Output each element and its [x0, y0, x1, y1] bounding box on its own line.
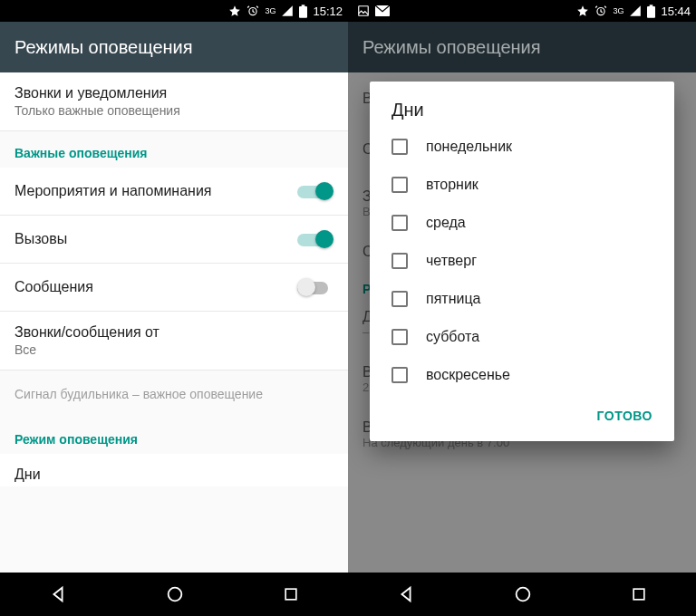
nav-bar: [0, 573, 348, 616]
back-icon[interactable]: [396, 584, 416, 604]
alarm-icon: [246, 5, 259, 17]
days-dialog: Дни понедельник вторник среда четверг пя…: [370, 82, 674, 441]
network-label: 3G: [265, 6, 276, 15]
content: В С ЗВ С Р Д– В2 Время окончанияНа следу…: [348, 72, 696, 573]
section-schedule: Режим оповещения: [0, 418, 348, 454]
battery-icon: [647, 5, 655, 18]
star-icon: [228, 5, 241, 17]
check-label: вторник: [426, 177, 478, 193]
checkbox-icon: [392, 177, 408, 193]
status-bar: 3G 15:12: [0, 0, 348, 22]
row-title: Звонки/сообщения от: [14, 324, 334, 341]
alarm-icon: [594, 5, 607, 17]
checkbox-icon: [392, 329, 408, 345]
mail-icon: [375, 5, 390, 16]
messages-row[interactable]: Сообщения: [0, 264, 348, 312]
dialog-title: Дни: [370, 100, 674, 128]
recent-icon[interactable]: [630, 585, 648, 603]
checkbox-icon: [392, 215, 408, 231]
alarm-hint: Сигнал будильника – важное оповещение: [0, 371, 348, 418]
svg-rect-9: [650, 5, 653, 6]
signal-icon: [629, 5, 642, 17]
switch-label: Вызовы: [14, 231, 67, 247]
recent-icon[interactable]: [282, 585, 300, 603]
checkbox-icon: [392, 253, 408, 269]
day-friday[interactable]: пятница: [370, 280, 674, 318]
messages-toggle[interactable]: [297, 278, 334, 296]
status-bar: 3G 15:44: [348, 0, 696, 22]
check-label: воскресенье: [426, 367, 510, 383]
days-row[interactable]: Дни: [0, 454, 348, 486]
check-label: понедельник: [426, 139, 512, 155]
day-thursday[interactable]: четверг: [370, 242, 674, 280]
switch-label: Сообщения: [14, 279, 93, 295]
row-title: Дни: [14, 467, 334, 483]
app-bar: Режимы оповещения: [348, 22, 696, 72]
calls-messages-from-row[interactable]: Звонки/сообщения от Все: [0, 312, 348, 371]
check-label: четверг: [426, 253, 477, 269]
svg-rect-1: [299, 6, 307, 18]
app-bar: Режимы оповещения: [0, 22, 348, 72]
svg-rect-4: [285, 589, 296, 600]
day-monday[interactable]: понедельник: [370, 128, 674, 166]
dialog-actions: ГОТОВО: [370, 394, 674, 434]
calls-notifications-row[interactable]: Звонки и уведомления Только важные опове…: [0, 72, 348, 131]
network-label: 3G: [613, 6, 624, 15]
svg-rect-8: [647, 6, 655, 18]
check-label: пятница: [426, 291, 481, 307]
checkbox-icon: [392, 139, 408, 155]
signal-icon: [281, 5, 294, 17]
svg-rect-5: [359, 6, 369, 16]
clock-text: 15:44: [661, 5, 691, 18]
home-icon[interactable]: [513, 584, 533, 604]
section-priority: Важные оповещения: [0, 131, 348, 168]
content: Звонки и уведомления Только важные опове…: [0, 72, 348, 573]
row-title: Звонки и уведомления: [14, 85, 334, 101]
page-title: Режимы оповещения: [362, 37, 541, 58]
calls-toggle[interactable]: [297, 230, 334, 248]
back-icon[interactable]: [48, 584, 68, 604]
events-reminders-row[interactable]: Мероприятия и напоминания: [0, 168, 348, 216]
svg-rect-11: [633, 589, 644, 600]
home-icon[interactable]: [165, 584, 185, 604]
svg-rect-2: [302, 5, 305, 6]
done-button[interactable]: ГОТОВО: [586, 401, 663, 430]
day-tuesday[interactable]: вторник: [370, 166, 674, 204]
check-label: среда: [426, 215, 466, 231]
calls-row[interactable]: Вызовы: [0, 216, 348, 264]
events-toggle[interactable]: [297, 182, 334, 200]
left-screen: 3G 15:12 Режимы оповещения Звонки и увед…: [0, 0, 348, 616]
svg-point-10: [517, 588, 530, 602]
check-label: суббота: [426, 329, 479, 345]
nav-bar: [348, 573, 696, 616]
battery-icon: [299, 5, 307, 18]
clock-text: 15:12: [313, 5, 343, 18]
right-screen: 3G 15:44 Режимы оповещения В С ЗВ С Р Д–…: [348, 0, 696, 616]
day-saturday[interactable]: суббота: [370, 318, 674, 356]
checkbox-icon: [392, 291, 408, 307]
image-icon: [357, 5, 370, 17]
checkbox-icon: [392, 367, 408, 383]
switch-label: Мероприятия и напоминания: [14, 183, 212, 199]
day-wednesday[interactable]: среда: [370, 204, 674, 242]
row-subtitle: Все: [14, 342, 334, 357]
svg-point-3: [169, 588, 182, 602]
day-sunday[interactable]: воскресенье: [370, 356, 674, 394]
page-title: Режимы оповещения: [14, 37, 193, 58]
row-subtitle: Только важные оповещения: [14, 103, 334, 118]
star-icon: [576, 5, 589, 17]
